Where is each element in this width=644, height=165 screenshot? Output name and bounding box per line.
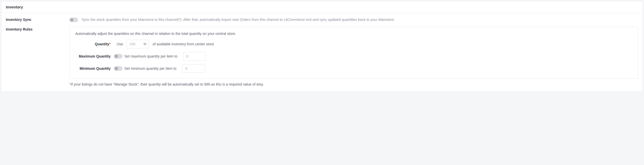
max-quantity-label: Maximum Quantity: [75, 54, 112, 58]
panel-header: Inventory: [1, 1, 643, 13]
max-quantity-row: Maximum Quantity Set maximum quantity pe…: [75, 52, 632, 61]
section-inventory-sync: Inventory Sync Sync the stock quantities…: [1, 13, 643, 23]
inventory-rules-label: Inventory Rules: [6, 27, 69, 31]
max-quantity-input[interactable]: [183, 52, 206, 61]
quantity-label: Quantity*: [75, 42, 112, 46]
inventory-sync-label: Inventory Sync: [6, 17, 69, 22]
max-quantity-toggle[interactable]: [114, 54, 123, 59]
inventory-rules-footnote-text: If your listings do not have "Manage Sto…: [71, 82, 264, 86]
min-quantity-input[interactable]: [182, 64, 205, 73]
min-quantity-toggle[interactable]: [114, 66, 123, 71]
min-quantity-row: Minimum Quantity Set minimum quantity pe…: [75, 64, 632, 73]
inventory-sync-description: Sync the stock quantities from your Main…: [82, 17, 395, 23]
max-quantity-text: Set maximum quantity per item to: [124, 54, 178, 58]
quantity-input-wrap: %: [126, 40, 149, 48]
inventory-rules-box: Automatically adjust the quantities on t…: [69, 27, 638, 79]
inventory-panel: Inventory Inventory Sync Sync the stock …: [1, 1, 643, 92]
inventory-sync-desc-part2: ). After that, automatically import new …: [180, 18, 395, 22]
quantity-use-text: Use: [117, 42, 123, 46]
section-inventory-rules: Inventory Rules Automatically adjust the…: [1, 23, 643, 91]
panel-title: Inventory: [6, 5, 638, 9]
quantity-after-text: of available inventory from center store: [153, 42, 214, 46]
inventory-sync-toggle[interactable]: [69, 18, 78, 22]
max-quantity-input-wrap: [183, 52, 206, 61]
inventory-rules-intro: Automatically adjust the quantities on t…: [75, 32, 632, 36]
min-quantity-label: Minimum Quantity: [75, 66, 112, 71]
min-quantity-text: Set minimum quantity per item to: [124, 66, 177, 71]
quantity-input[interactable]: [126, 40, 149, 48]
quantity-row: Quantity* Use % of available inventory f…: [75, 40, 632, 48]
inventory-rules-footnote: *If your listings do not have "Manage St…: [69, 82, 638, 86]
quantity-label-text: Quantity: [95, 42, 109, 46]
inventory-sync-desc-part1: Sync the stock quantities from your Main…: [82, 18, 179, 22]
asterisk-icon: *: [109, 42, 111, 46]
min-quantity-input-wrap: [182, 64, 205, 73]
